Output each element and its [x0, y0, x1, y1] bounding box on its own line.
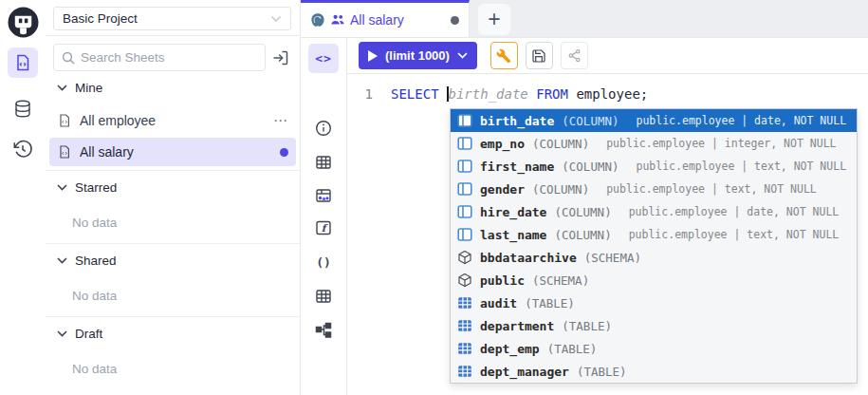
masked-data-icon[interactable] [315, 187, 332, 204]
project-select[interactable]: Basic Project [53, 7, 291, 30]
suggest-kind: (TABLE) [562, 319, 612, 333]
share-sheet-button[interactable] [561, 42, 588, 69]
section-label: Draft [75, 327, 102, 341]
section-divider [46, 243, 300, 244]
suggest-kind: (COLUMN) [532, 182, 589, 197]
suggest-item[interactable]: public (SCHEMA) [451, 269, 857, 292]
table-icon [457, 295, 472, 310]
column-icon [457, 159, 472, 174]
chevron-down-icon [57, 257, 67, 264]
suggest-item[interactable]: bbdataarchive (SCHEMA) [451, 246, 857, 269]
suggest-item[interactable]: dept_emp (TABLE) [451, 337, 857, 360]
suggest-kind: (TABLE) [577, 365, 627, 379]
table-icon [457, 364, 472, 379]
suggest-kind: (COLUMN) [554, 228, 611, 242]
history-icon[interactable] [12, 139, 33, 160]
info-icon[interactable] [315, 120, 332, 137]
sheet-item-all-employee[interactable]: All employee ⋯ [49, 106, 296, 135]
new-tab-button[interactable]: + [478, 4, 510, 35]
tab-all-salary[interactable]: All salary [301, 0, 470, 37]
more-actions-icon[interactable]: ⋯ [273, 112, 288, 129]
sheet-item-label: All salary [80, 144, 134, 160]
section-label: Starred [75, 180, 117, 195]
suggest-name: hire_date [480, 205, 546, 219]
suggest-name: emp_no [480, 137, 525, 151]
code-text: SELECT birth_date FROM employee; [391, 86, 648, 102]
project-select-value: Basic Project [63, 11, 138, 26]
bytebase-logo-icon[interactable] [8, 7, 39, 38]
unsaved-changes-dot [451, 16, 459, 25]
section-shared[interactable]: Shared [57, 254, 117, 268]
schema-icon [457, 273, 472, 288]
table-icon [457, 318, 472, 333]
database-icon[interactable] [12, 99, 33, 120]
sheet-item-all-salary[interactable]: All salary [49, 138, 296, 166]
suggest-kind: (COLUMN) [554, 205, 611, 219]
suggest-name: bbdataarchive [480, 251, 577, 265]
run-query-button[interactable]: (limit 1000) [359, 42, 477, 69]
suggest-item[interactable]: dept_manager (TABLE) [451, 360, 857, 383]
chevron-down-icon [57, 85, 67, 91]
format-sql-button[interactable] [490, 42, 518, 69]
suggest-kind: (COLUMN) [562, 160, 619, 174]
empty-state-text: No data [72, 362, 117, 376]
nav-worksheet-button[interactable] [8, 47, 38, 78]
suggest-kind: (COLUMN) [562, 114, 619, 128]
table-icon [457, 341, 472, 356]
section-mine[interactable]: Mine [57, 81, 102, 95]
sheet-item-label: All employee [80, 113, 156, 128]
empty-state-text: No data [72, 216, 117, 230]
svg-text:(): () [316, 255, 331, 270]
suggest-name: birth_date [480, 114, 554, 128]
suggest-detail: public.employee | text, NOT NULL [629, 228, 840, 241]
suggest-name: last_name [480, 228, 546, 242]
sidebar-header: Basic Project [46, 0, 300, 36]
suggest-item[interactable]: birth_date (COLUMN) public.employee | da… [451, 109, 857, 132]
function-panel-icon[interactable]: f [315, 219, 332, 236]
suggest-item[interactable]: first_name (COLUMN) public.employee | te… [451, 155, 857, 178]
section-label: Shared [75, 254, 117, 268]
editor-toolbar: (limit 1000) [347, 38, 868, 74]
sheet-file-icon [57, 113, 72, 128]
import-sheet-icon[interactable] [271, 48, 290, 67]
suggest-name: dept_manager [480, 365, 569, 379]
code-tail: employee; [576, 86, 648, 102]
chevron-down-icon [57, 184, 67, 191]
suggest-item[interactable]: hire_date (COLUMN) public.employee | dat… [451, 200, 857, 223]
table-panel-icon[interactable] [315, 154, 332, 171]
plus-icon: + [488, 7, 500, 32]
suggest-name: first_name [480, 160, 554, 174]
active-sheet-dot [280, 148, 288, 157]
search-input[interactable]: Search Sheets [53, 44, 266, 71]
play-icon [368, 50, 378, 62]
suggest-kind: (COLUMN) [532, 137, 589, 151]
chevron-down-icon [270, 15, 282, 23]
line-number: 1 [347, 86, 373, 102]
chevron-down-icon [57, 330, 67, 337]
suggest-name: audit [480, 296, 517, 310]
code-panel-button[interactable]: <> [308, 44, 339, 73]
section-draft[interactable]: Draft [57, 327, 102, 341]
suggest-item[interactable]: last_name (COLUMN) public.employee | tex… [451, 223, 857, 246]
keyword-select: SELECT [391, 86, 447, 102]
wrench-icon [496, 48, 511, 64]
section-starred[interactable]: Starred [57, 180, 117, 195]
suggest-item[interactable]: gender (COLUMN) public.employee | text, … [451, 178, 857, 200]
tables-list-icon[interactable] [315, 288, 332, 305]
save-icon [531, 48, 546, 64]
suggest-item[interactable]: department (TABLE) [451, 314, 857, 337]
suggest-item[interactable]: emp_no (COLUMN) public.employee | intege… [451, 132, 857, 155]
save-sheet-button[interactable] [526, 42, 553, 69]
code-line: 1 SELECT birth_date FROM employee; [347, 86, 648, 102]
share-icon [567, 48, 582, 63]
schema-icon [457, 250, 472, 265]
parentheses-panel-icon[interactable]: () [315, 254, 332, 271]
suggest-item[interactable]: audit (TABLE) [451, 292, 857, 314]
chevron-down-icon[interactable] [457, 52, 468, 59]
tab-strip: All salary + [301, 0, 868, 38]
postgresql-icon [310, 12, 325, 28]
suggest-name: gender [480, 182, 525, 197]
schema-diagram-icon[interactable] [315, 322, 332, 339]
autocomplete-popup: birth_date (COLUMN) public.employee | da… [450, 108, 858, 384]
left-rail [0, 0, 46, 395]
